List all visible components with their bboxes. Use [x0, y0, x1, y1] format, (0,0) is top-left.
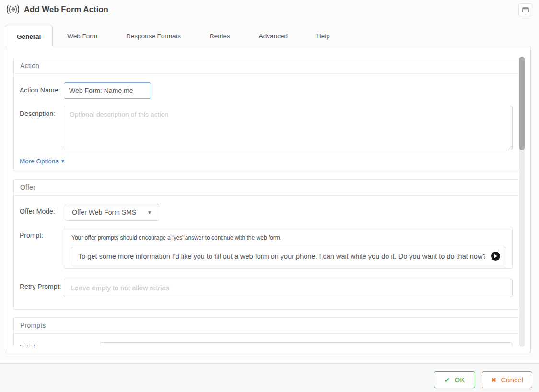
description-textarea[interactable]	[64, 106, 513, 150]
text-caret	[127, 86, 127, 95]
ok-button-label: OK	[455, 376, 465, 384]
description-label: Description:	[20, 110, 55, 117]
dialog-header: Add Web Form Action	[0, 0, 539, 20]
prompt-input[interactable]	[71, 247, 506, 265]
prompt-group: Your offer prompts should encourage a 'y…	[64, 227, 513, 269]
check-icon: ✔	[445, 376, 450, 384]
offer-section: Offer Offer Mode: Offer Web Form SMS ▼ P…	[13, 179, 518, 310]
play-icon	[493, 254, 498, 258]
prompts-section: Prompts Initial	[13, 317, 518, 346]
tab-help[interactable]: Help	[302, 26, 344, 46]
chevron-down-icon: ▼	[147, 210, 152, 215]
tab-web-form[interactable]: Web Form	[53, 26, 112, 46]
ok-button[interactable]: ✔ OK	[434, 371, 475, 388]
popout-window-button[interactable]	[518, 3, 532, 16]
action-section: Action Action Name: Description: More Op…	[13, 58, 518, 171]
play-prompt-button[interactable]	[491, 252, 500, 261]
window-icon	[522, 7, 529, 12]
x-icon: ✖	[491, 376, 497, 384]
prompt-help-text: Your offer prompts should encourage a 'y…	[71, 234, 281, 241]
tab-advanced[interactable]: Advanced	[245, 26, 302, 46]
prompts-section-title: Prompts	[14, 318, 518, 334]
cancel-button[interactable]: ✖ Cancel	[482, 371, 532, 388]
audio-wave-icon	[6, 4, 20, 14]
initial-prompt-label: Initial	[20, 344, 35, 346]
action-name-input[interactable]	[64, 82, 151, 99]
action-section-title: Action	[14, 58, 518, 74]
offer-mode-value: Offer Web Form SMS	[72, 208, 136, 216]
more-options-label: More Options	[20, 158, 59, 165]
tab-response-formats[interactable]: Response Formats	[112, 26, 195, 46]
offer-mode-label: Offer Mode:	[20, 208, 55, 215]
cancel-button-label: Cancel	[501, 376, 524, 384]
offer-mode-select[interactable]: Offer Web Form SMS ▼	[65, 204, 159, 221]
tab-content-panel: Action Action Name: Description: More Op…	[5, 46, 531, 353]
initial-prompt-input[interactable]	[100, 342, 512, 346]
retry-prompt-label: Retry Prompt:	[20, 283, 61, 290]
offer-section-title: Offer	[14, 180, 518, 196]
retry-prompt-input[interactable]	[64, 279, 513, 297]
action-name-label: Action Name:	[20, 86, 60, 94]
scrollable-content: Action Action Name: Description: More Op…	[13, 57, 519, 346]
tab-bar: General Web Form Response Formats Retrie…	[5, 26, 344, 46]
vertical-scrollbar-thumb[interactable]	[519, 57, 525, 150]
chevron-down-icon: ▼	[60, 159, 65, 164]
page-title: Add Web Form Action	[24, 5, 108, 14]
tab-general[interactable]: General	[5, 26, 53, 46]
more-options-link[interactable]: More Options▼	[20, 158, 65, 165]
tab-retries[interactable]: Retries	[195, 26, 245, 46]
prompt-label: Prompt:	[20, 231, 43, 239]
vertical-scrollbar-track[interactable]	[519, 57, 525, 347]
textarea-resize-handle[interactable]	[507, 144, 512, 152]
dialog-footer: ✔ OK ✖ Cancel	[0, 363, 539, 392]
